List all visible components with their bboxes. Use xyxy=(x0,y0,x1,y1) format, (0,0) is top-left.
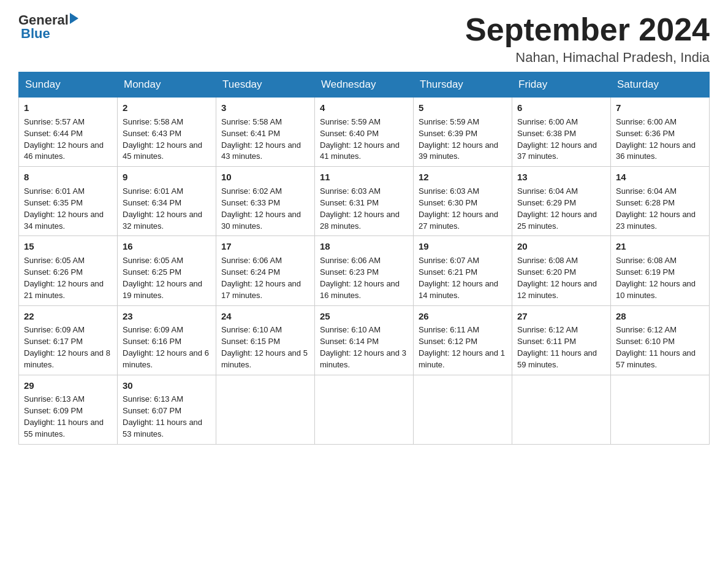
day-number: 7 xyxy=(616,101,704,115)
calendar-week-row: 1Sunrise: 5:57 AMSunset: 6:44 PMDaylight… xyxy=(19,98,710,167)
calendar-day-cell: 13Sunrise: 6:04 AMSunset: 6:29 PMDayligh… xyxy=(512,167,611,236)
day-info: Sunrise: 6:09 AMSunset: 6:16 PMDaylight:… xyxy=(123,324,211,370)
day-number: 13 xyxy=(517,170,605,184)
day-info: Sunrise: 6:13 AMSunset: 6:07 PMDaylight:… xyxy=(123,394,211,440)
day-info: Sunrise: 6:05 AMSunset: 6:26 PMDaylight:… xyxy=(24,255,112,301)
header-saturday: Saturday xyxy=(611,72,710,98)
calendar-day-cell: 21Sunrise: 6:08 AMSunset: 6:19 PMDayligh… xyxy=(611,236,710,305)
day-number: 5 xyxy=(419,101,507,115)
calendar-subtitle: Nahan, Himachal Pradesh, India xyxy=(465,50,710,66)
day-info: Sunrise: 6:04 AMSunset: 6:29 PMDaylight:… xyxy=(517,186,605,232)
calendar-day-cell: 24Sunrise: 6:10 AMSunset: 6:15 PMDayligh… xyxy=(216,305,315,375)
calendar-day-cell: 30Sunrise: 6:13 AMSunset: 6:07 PMDayligh… xyxy=(118,375,216,444)
page-header: General Blue September 2024 Nahan, Himac… xyxy=(18,12,710,66)
day-info: Sunrise: 6:08 AMSunset: 6:20 PMDaylight:… xyxy=(517,255,605,301)
day-number: 27 xyxy=(517,310,605,323)
calendar-day-cell: 12Sunrise: 6:03 AMSunset: 6:30 PMDayligh… xyxy=(414,167,512,236)
header-sunday: Sunday xyxy=(19,72,118,98)
logo: General Blue xyxy=(18,12,78,42)
day-info: Sunrise: 6:03 AMSunset: 6:31 PMDaylight:… xyxy=(320,186,408,232)
logo-blue-text: Blue xyxy=(21,26,50,42)
calendar-day-cell: 8Sunrise: 6:01 AMSunset: 6:35 PMDaylight… xyxy=(19,167,118,236)
day-info: Sunrise: 6:06 AMSunset: 6:23 PMDaylight:… xyxy=(320,255,408,301)
day-number: 9 xyxy=(123,170,211,184)
calendar-day-cell: 11Sunrise: 6:03 AMSunset: 6:31 PMDayligh… xyxy=(315,167,414,236)
day-info: Sunrise: 6:08 AMSunset: 6:19 PMDaylight:… xyxy=(616,255,704,301)
header-friday: Friday xyxy=(512,72,611,98)
calendar-day-cell: 28Sunrise: 6:12 AMSunset: 6:10 PMDayligh… xyxy=(611,305,710,375)
day-info: Sunrise: 6:01 AMSunset: 6:34 PMDaylight:… xyxy=(123,186,211,232)
day-number: 11 xyxy=(320,170,408,184)
day-info: Sunrise: 6:01 AMSunset: 6:35 PMDaylight:… xyxy=(24,186,112,232)
day-info: Sunrise: 6:12 AMSunset: 6:11 PMDaylight:… xyxy=(517,324,605,370)
day-number: 14 xyxy=(616,170,704,184)
day-number: 23 xyxy=(123,310,211,323)
day-info: Sunrise: 6:10 AMSunset: 6:15 PMDaylight:… xyxy=(221,324,309,370)
day-info: Sunrise: 6:11 AMSunset: 6:12 PMDaylight:… xyxy=(419,324,507,370)
day-number: 18 xyxy=(320,240,408,253)
day-info: Sunrise: 5:58 AMSunset: 6:43 PMDaylight:… xyxy=(123,117,211,163)
day-number: 22 xyxy=(24,310,112,323)
calendar-day-cell: 5Sunrise: 5:59 AMSunset: 6:39 PMDaylight… xyxy=(414,98,512,167)
day-info: Sunrise: 6:12 AMSunset: 6:10 PMDaylight:… xyxy=(616,324,704,370)
day-number: 26 xyxy=(419,310,507,323)
calendar-week-row: 8Sunrise: 6:01 AMSunset: 6:35 PMDaylight… xyxy=(19,167,710,236)
day-number: 10 xyxy=(221,170,309,184)
day-number: 4 xyxy=(320,101,408,115)
day-number: 16 xyxy=(123,240,211,253)
calendar-day-cell: 1Sunrise: 5:57 AMSunset: 6:44 PMDaylight… xyxy=(19,98,118,167)
day-info: Sunrise: 6:04 AMSunset: 6:28 PMDaylight:… xyxy=(616,186,704,232)
day-number: 20 xyxy=(517,240,605,253)
day-number: 8 xyxy=(24,170,112,184)
day-number: 2 xyxy=(123,101,211,115)
calendar-day-cell: 4Sunrise: 5:59 AMSunset: 6:40 PMDaylight… xyxy=(315,98,414,167)
day-info: Sunrise: 5:57 AMSunset: 6:44 PMDaylight:… xyxy=(24,117,112,163)
day-number: 17 xyxy=(221,240,309,253)
day-number: 30 xyxy=(123,379,211,393)
calendar-day-cell xyxy=(512,375,611,444)
calendar-title: September 2024 xyxy=(465,12,710,47)
calendar-header-row: Sunday Monday Tuesday Wednesday Thursday… xyxy=(19,72,710,98)
calendar-day-cell: 15Sunrise: 6:05 AMSunset: 6:26 PMDayligh… xyxy=(19,236,118,305)
calendar-day-cell: 3Sunrise: 5:58 AMSunset: 6:41 PMDaylight… xyxy=(216,98,315,167)
day-number: 25 xyxy=(320,310,408,323)
calendar-day-cell: 18Sunrise: 6:06 AMSunset: 6:23 PMDayligh… xyxy=(315,236,414,305)
day-info: Sunrise: 6:13 AMSunset: 6:09 PMDaylight:… xyxy=(24,394,112,440)
day-info: Sunrise: 6:09 AMSunset: 6:17 PMDaylight:… xyxy=(24,324,112,370)
calendar-day-cell: 22Sunrise: 6:09 AMSunset: 6:17 PMDayligh… xyxy=(19,305,118,375)
calendar-day-cell xyxy=(414,375,512,444)
day-number: 19 xyxy=(419,240,507,253)
calendar-day-cell xyxy=(611,375,710,444)
calendar-week-row: 15Sunrise: 6:05 AMSunset: 6:26 PMDayligh… xyxy=(19,236,710,305)
calendar-day-cell: 17Sunrise: 6:06 AMSunset: 6:24 PMDayligh… xyxy=(216,236,315,305)
calendar-day-cell: 20Sunrise: 6:08 AMSunset: 6:20 PMDayligh… xyxy=(512,236,611,305)
day-info: Sunrise: 5:59 AMSunset: 6:40 PMDaylight:… xyxy=(320,117,408,163)
day-number: 1 xyxy=(24,101,112,115)
day-number: 12 xyxy=(419,170,507,184)
calendar-day-cell xyxy=(216,375,315,444)
day-info: Sunrise: 6:03 AMSunset: 6:30 PMDaylight:… xyxy=(419,186,507,232)
day-info: Sunrise: 5:58 AMSunset: 6:41 PMDaylight:… xyxy=(221,117,309,163)
day-number: 29 xyxy=(24,379,112,393)
calendar-day-cell: 27Sunrise: 6:12 AMSunset: 6:11 PMDayligh… xyxy=(512,305,611,375)
calendar-day-cell: 25Sunrise: 6:10 AMSunset: 6:14 PMDayligh… xyxy=(315,305,414,375)
day-number: 15 xyxy=(24,240,112,253)
day-number: 6 xyxy=(517,101,605,115)
calendar-day-cell: 23Sunrise: 6:09 AMSunset: 6:16 PMDayligh… xyxy=(118,305,216,375)
calendar-day-cell: 14Sunrise: 6:04 AMSunset: 6:28 PMDayligh… xyxy=(611,167,710,236)
header-tuesday: Tuesday xyxy=(216,72,315,98)
calendar-day-cell xyxy=(315,375,414,444)
day-info: Sunrise: 6:05 AMSunset: 6:25 PMDaylight:… xyxy=(123,255,211,301)
day-info: Sunrise: 6:00 AMSunset: 6:38 PMDaylight:… xyxy=(517,117,605,163)
calendar-day-cell: 10Sunrise: 6:02 AMSunset: 6:33 PMDayligh… xyxy=(216,167,315,236)
header-thursday: Thursday xyxy=(414,72,512,98)
day-info: Sunrise: 5:59 AMSunset: 6:39 PMDaylight:… xyxy=(419,117,507,163)
day-number: 21 xyxy=(616,240,704,253)
day-info: Sunrise: 6:02 AMSunset: 6:33 PMDaylight:… xyxy=(221,186,309,232)
calendar-day-cell: 29Sunrise: 6:13 AMSunset: 6:09 PMDayligh… xyxy=(19,375,118,444)
header-right: September 2024 Nahan, Himachal Pradesh, … xyxy=(465,12,710,66)
logo-triangle-icon xyxy=(70,13,78,24)
calendar-week-row: 22Sunrise: 6:09 AMSunset: 6:17 PMDayligh… xyxy=(19,305,710,375)
calendar-day-cell: 16Sunrise: 6:05 AMSunset: 6:25 PMDayligh… xyxy=(118,236,216,305)
day-info: Sunrise: 6:07 AMSunset: 6:21 PMDaylight:… xyxy=(419,255,507,301)
